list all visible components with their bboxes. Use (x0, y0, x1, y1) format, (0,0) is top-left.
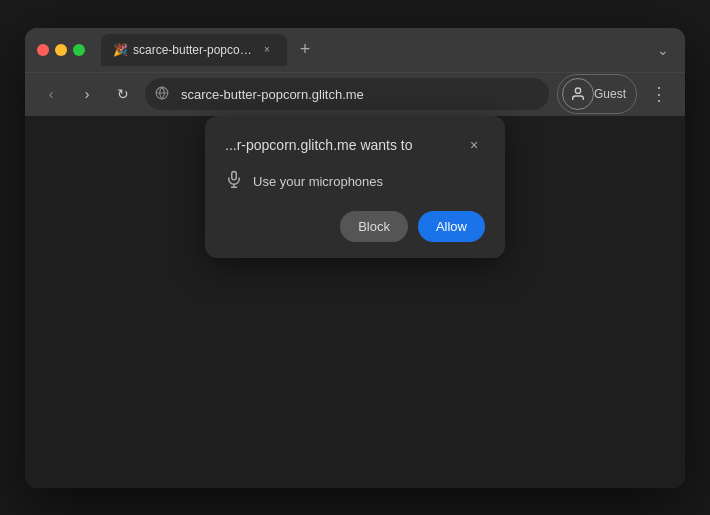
forward-button[interactable]: › (73, 80, 101, 108)
permission-popup: ...r-popcorn.glitch.me wants to × Use yo… (205, 116, 505, 258)
browser-window: 🎉 scarce-butter-popcorn.glitch × + ⌄ ‹ ›… (25, 28, 685, 488)
microphone-icon (225, 170, 243, 193)
profile-button[interactable]: Guest (557, 74, 637, 114)
block-button[interactable]: Block (340, 211, 408, 242)
close-button[interactable] (37, 44, 49, 56)
tab-favicon-icon: 🎉 (113, 43, 127, 57)
popup-close-button[interactable]: × (463, 134, 485, 156)
profile-icon (562, 78, 594, 110)
popup-header: ...r-popcorn.glitch.me wants to × (225, 134, 485, 156)
back-button[interactable]: ‹ (37, 80, 65, 108)
address-bar-container (145, 78, 549, 110)
permission-text: Use your microphones (253, 174, 383, 189)
permission-item: Use your microphones (225, 170, 485, 193)
tab-title: scarce-butter-popcorn.glitch (133, 43, 253, 57)
svg-rect-3 (232, 171, 237, 179)
maximize-button[interactable] (73, 44, 85, 56)
title-bar: 🎉 scarce-butter-popcorn.glitch × + ⌄ (25, 28, 685, 72)
popup-actions: Block Allow (225, 211, 485, 242)
traffic-lights (37, 44, 85, 56)
address-icon (155, 86, 169, 103)
page-content: ...r-popcorn.glitch.me wants to × Use yo… (25, 116, 685, 488)
allow-button[interactable]: Allow (418, 211, 485, 242)
tab-bar: 🎉 scarce-butter-popcorn.glitch × + (101, 34, 645, 66)
address-input[interactable] (145, 78, 549, 110)
svg-point-2 (575, 88, 580, 93)
guest-label: Guest (594, 87, 626, 101)
menu-button[interactable]: ⋮ (645, 80, 673, 108)
tab-close-button[interactable]: × (259, 42, 275, 58)
active-tab[interactable]: 🎉 scarce-butter-popcorn.glitch × (101, 34, 287, 66)
popup-title: ...r-popcorn.glitch.me wants to (225, 137, 413, 153)
new-tab-button[interactable]: + (291, 36, 319, 64)
tab-dropdown-button[interactable]: ⌄ (653, 38, 673, 62)
navigation-bar: ‹ › ↻ Guest ⋮ (25, 72, 685, 116)
reload-button[interactable]: ↻ (109, 80, 137, 108)
minimize-button[interactable] (55, 44, 67, 56)
